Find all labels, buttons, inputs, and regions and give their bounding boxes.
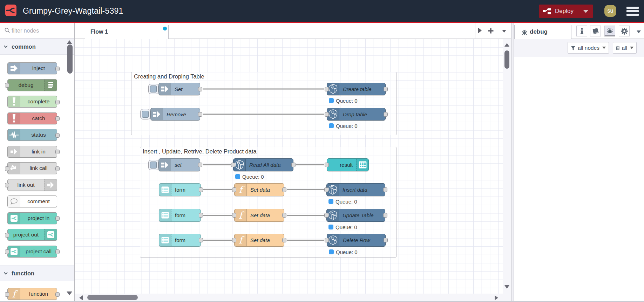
palette-node-comment[interactable]: comment <box>7 195 57 207</box>
input-port[interactable] <box>5 166 9 171</box>
canvas-scroll-up-icon[interactable] <box>504 43 509 47</box>
canvas-vscrollbar-thumb[interactable] <box>504 50 509 69</box>
output-port[interactable] <box>383 213 387 218</box>
flow-node-fn-3[interactable]: f Set data <box>234 234 284 247</box>
output-port[interactable] <box>199 238 203 242</box>
palette-scrollbar-thumb[interactable] <box>67 44 73 74</box>
flow-node-form-1[interactable]: form <box>159 183 201 196</box>
flow-node-pg-create[interactable]: Create table <box>327 83 386 95</box>
node-red-logo-icon[interactable] <box>5 5 16 16</box>
canvas-scroll-left-icon[interactable] <box>79 295 83 300</box>
output-port[interactable] <box>282 238 286 242</box>
palette-node-project-call[interactable]: project call <box>7 246 57 258</box>
palette-scroll-down-icon[interactable] <box>67 291 72 295</box>
output-port[interactable] <box>55 67 60 71</box>
flow-list-caret-icon[interactable] <box>502 30 506 33</box>
input-port[interactable] <box>232 238 236 242</box>
palette-node-link-out[interactable]: link out <box>7 179 57 191</box>
flow-node-inj-remove[interactable]: Remove <box>150 108 200 121</box>
input-port[interactable] <box>324 213 328 218</box>
output-port[interactable] <box>384 238 388 242</box>
flow-node-pg-drop[interactable]: Drop table <box>327 108 386 121</box>
input-port[interactable] <box>232 187 236 192</box>
sidebar-debug-button[interactable] <box>604 26 615 36</box>
sidebar-resize-handle[interactable] <box>511 23 514 302</box>
flow-node-form-2[interactable]: form <box>159 209 201 222</box>
canvas-scroll-down-icon[interactable] <box>504 285 509 289</box>
deploy-options-caret-icon[interactable] <box>583 10 588 13</box>
flow-node-pg-update[interactable]: Update Table <box>326 209 385 222</box>
add-flow-button[interactable] <box>488 28 494 34</box>
user-avatar[interactable]: su <box>604 5 616 17</box>
flow-node-pg-delete[interactable]: Delete Row <box>327 234 386 247</box>
deploy-button[interactable]: Deploy <box>539 5 593 18</box>
input-port[interactable] <box>325 87 329 91</box>
flow-canvas[interactable]: Creating and Droping TableInsert , Updat… <box>75 39 511 302</box>
sidebar-config-button[interactable] <box>619 26 630 36</box>
sidebar-tab-debug[interactable]: debug <box>514 25 571 39</box>
palette-node-function[interactable]: f function <box>7 288 57 300</box>
flow-node-pg-insert[interactable]: Insert data <box>326 183 385 196</box>
output-port[interactable] <box>55 150 60 154</box>
flow-node-pg-read[interactable]: Read All data <box>233 158 293 171</box>
input-port[interactable] <box>5 83 9 88</box>
output-port[interactable] <box>198 163 202 167</box>
input-port[interactable] <box>5 292 9 297</box>
palette-node-project-in[interactable]: project in <box>7 212 57 224</box>
canvas-hscrollbar-thumb[interactable] <box>87 295 138 300</box>
sidebar-help-button[interactable] <box>590 26 601 36</box>
input-port[interactable] <box>325 238 329 242</box>
input-port[interactable] <box>232 213 236 218</box>
palette-node-inject[interactable]: inject <box>7 62 57 74</box>
flow-node-inj-set2[interactable]: set <box>158 158 200 171</box>
palette-category-common[interactable]: common <box>0 39 74 55</box>
flow-node-fn-1[interactable]: f Set data <box>234 183 284 196</box>
input-port[interactable] <box>5 233 9 238</box>
output-port[interactable] <box>55 249 60 254</box>
output-port[interactable] <box>55 216 60 221</box>
inject-button[interactable] <box>148 160 158 170</box>
sidebar-tabs-caret-icon[interactable] <box>637 30 641 33</box>
palette-node-link-in[interactable]: link in <box>7 146 57 158</box>
palette-node-complete[interactable]: complete <box>7 96 57 108</box>
input-port[interactable] <box>325 163 329 167</box>
inject-button[interactable] <box>140 109 150 119</box>
flow-tab[interactable]: Flow 1 <box>85 25 169 39</box>
input-port[interactable] <box>324 187 328 192</box>
debug-clear-dropdown[interactable]: all <box>613 42 637 54</box>
output-port[interactable] <box>199 213 203 218</box>
palette-node-catch[interactable]: catch <box>7 112 57 124</box>
output-port[interactable] <box>55 292 60 297</box>
output-port[interactable] <box>282 213 286 218</box>
flow-node-ui-result[interactable]: result <box>327 158 369 171</box>
palette-node-project-out[interactable]: project out <box>7 229 57 241</box>
output-port[interactable] <box>55 100 60 104</box>
canvas-scroll-right-icon[interactable] <box>495 295 498 300</box>
output-port[interactable] <box>282 187 286 192</box>
output-port[interactable] <box>199 187 203 192</box>
output-port[interactable] <box>383 187 387 192</box>
debug-filter-dropdown[interactable]: all nodes <box>568 42 609 54</box>
output-port[interactable] <box>291 163 296 167</box>
main-menu-button[interactable] <box>626 7 639 16</box>
output-port[interactable] <box>384 112 388 117</box>
flow-node-fn-2[interactable]: f Set data <box>234 209 284 222</box>
input-port[interactable] <box>5 249 9 254</box>
tab-scroll-right-icon[interactable] <box>478 28 482 33</box>
output-port[interactable] <box>384 87 388 91</box>
input-port[interactable] <box>5 183 9 187</box>
palette-node-link-call[interactable]: link call <box>7 162 57 174</box>
sidebar-info-button[interactable] <box>576 26 587 36</box>
output-port[interactable] <box>198 87 202 91</box>
flow-node-inj-set[interactable]: Set <box>158 83 200 95</box>
palette-node-debug[interactable]: debug <box>7 79 57 91</box>
output-port[interactable] <box>55 166 60 171</box>
input-port[interactable] <box>231 163 235 167</box>
output-port[interactable] <box>55 133 60 138</box>
output-port[interactable] <box>55 116 60 121</box>
input-port[interactable] <box>325 112 329 117</box>
palette-node-status[interactable]: status <box>7 129 57 141</box>
inject-button[interactable] <box>148 84 158 94</box>
flow-node-form-3[interactable]: form <box>159 234 201 247</box>
output-port[interactable] <box>198 112 202 117</box>
